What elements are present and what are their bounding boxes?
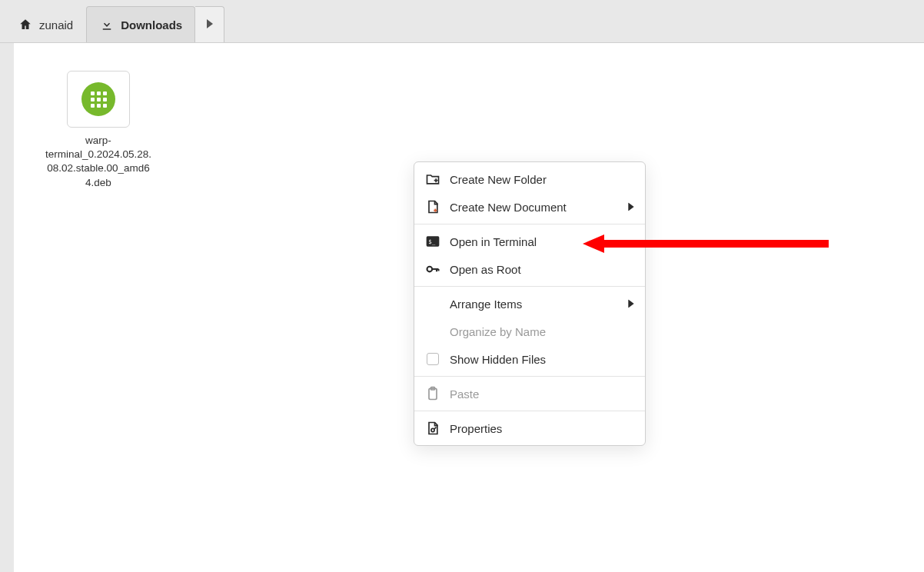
chevron-right-icon — [206, 18, 214, 32]
chevron-right-icon — [628, 298, 634, 311]
menu-separator — [414, 286, 645, 287]
svg-text:$_: $_ — [428, 238, 436, 245]
menu-label: Open as Root — [450, 263, 521, 276]
menu-arrange-items[interactable]: Arrange Items — [414, 290, 645, 318]
menu-separator — [414, 376, 645, 377]
menu-open-root[interactable]: Open as Root — [414, 255, 645, 283]
checkbox-unchecked-icon — [425, 351, 440, 367]
new-folder-icon — [425, 171, 440, 187]
terminal-icon: $_ — [425, 234, 440, 249]
clipboard-icon — [425, 386, 440, 401]
file-label: warp-terminal_0.2024.05.28.08.02.stable.… — [45, 134, 152, 190]
key-icon — [425, 261, 440, 277]
menu-label: Create New Folder — [450, 173, 547, 186]
breadcrumb-current-label: Downloads — [121, 18, 182, 32]
menu-label: Open in Terminal — [450, 235, 537, 248]
new-document-icon — [425, 199, 440, 214]
deb-package-icon — [67, 71, 130, 128]
menu-show-hidden[interactable]: Show Hidden Files — [414, 345, 645, 373]
menu-separator — [414, 224, 645, 224]
properties-icon — [425, 421, 440, 436]
breadcrumb-home[interactable]: zunaid — [5, 6, 86, 42]
menu-label: Create New Document — [450, 201, 567, 214]
menu-create-document[interactable]: Create New Document — [414, 193, 645, 221]
menu-paste: Paste — [414, 380, 645, 407]
chevron-right-icon — [628, 201, 634, 214]
breadcrumb-current[interactable]: Downloads — [86, 6, 195, 42]
path-toolbar: zunaid Downloads — [0, 0, 924, 43]
menu-open-terminal[interactable]: $_ Open in Terminal — [414, 228, 645, 255]
menu-label: Show Hidden Files — [450, 353, 546, 366]
file-item[interactable]: warp-terminal_0.2024.05.28.08.02.stable.… — [45, 71, 152, 190]
menu-label: Properties — [450, 422, 502, 435]
svg-point-2 — [427, 267, 433, 272]
context-menu: Create New Folder Create New Document $_… — [414, 161, 646, 446]
menu-organize-by-name: Organize by Name — [414, 318, 645, 345]
svg-point-5 — [431, 428, 434, 431]
spacer-icon — [425, 296, 440, 311]
menu-label: Organize by Name — [450, 325, 546, 338]
menu-properties[interactable]: Properties — [414, 414, 645, 442]
home-icon — [18, 17, 33, 32]
menu-separator — [414, 411, 645, 411]
spacer-icon — [425, 324, 440, 339]
menu-label: Arrange Items — [450, 298, 522, 311]
download-icon — [99, 17, 115, 32]
menu-create-folder[interactable]: Create New Folder — [414, 165, 645, 193]
breadcrumb-next-button[interactable] — [195, 6, 224, 42]
menu-label: Paste — [450, 387, 479, 401]
breadcrumb-home-label: zunaid — [39, 18, 73, 32]
